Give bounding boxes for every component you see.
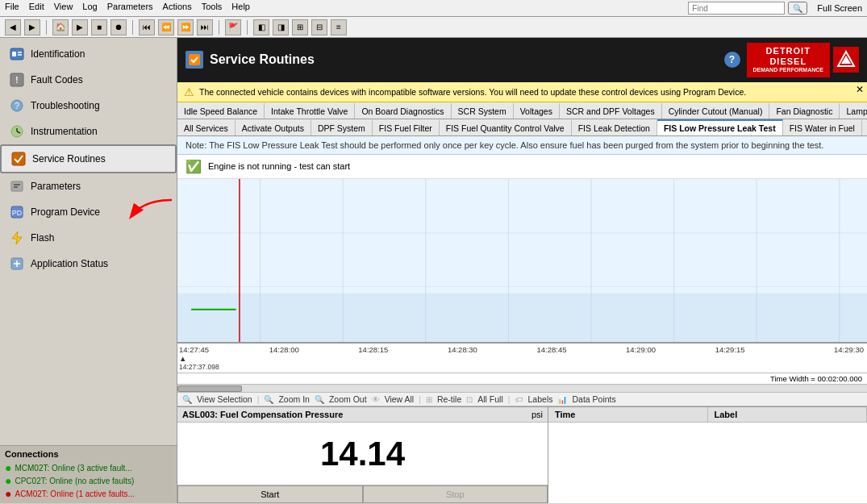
sidebar-item-flash[interactable]: Flash bbox=[0, 225, 177, 251]
svg-text:PD: PD bbox=[12, 209, 23, 217]
warning-close-button[interactable]: ✕ bbox=[856, 84, 864, 95]
fault-codes-label: Fault Codes bbox=[31, 74, 83, 85]
stop-button[interactable]: ■ bbox=[91, 19, 107, 35]
labels-btn[interactable]: Labels bbox=[528, 394, 553, 404]
svg-marker-18 bbox=[12, 231, 22, 244]
tab-fis-water-fuel[interactable]: FIS Water in Fuel bbox=[783, 119, 862, 135]
find-button[interactable]: 🔍 bbox=[788, 2, 807, 15]
menu-actions[interactable]: Actions bbox=[163, 2, 192, 15]
tab-fis-qty-control[interactable]: FIS Fuel Quantity Control Valve bbox=[440, 119, 572, 135]
tab-scr-system[interactable]: SCR System bbox=[452, 102, 514, 119]
sidebar-item-service-routines[interactable]: Service Routines bbox=[0, 144, 177, 173]
sidebar-item-instrumentation[interactable]: Instrumentation bbox=[0, 119, 177, 144]
menu-file[interactable]: File bbox=[5, 2, 19, 15]
sidebar-item-program-device[interactable]: PD Program Device bbox=[0, 199, 177, 225]
menu-parameters[interactable]: Parameters bbox=[107, 2, 153, 15]
play-button[interactable]: ▶ bbox=[72, 19, 88, 35]
tab-fis-leak-detect[interactable]: FIS Leak Detection bbox=[572, 119, 657, 135]
btn1[interactable]: ◧ bbox=[253, 19, 269, 35]
tab-fuel-integrity[interactable]: Fuel System Integrity Check bbox=[862, 119, 867, 135]
chart-toolbar: 🔍 View Selection | 🔍 Zoom In 🔍 Zoom Out … bbox=[177, 393, 867, 406]
content-area: Service Routines ? DETROIT DIESEL DEMAND… bbox=[177, 38, 867, 503]
tab-voltages[interactable]: Voltages bbox=[514, 102, 560, 119]
tab-lamps-switches[interactable]: Lamps and Switches bbox=[840, 102, 867, 119]
chart-scrollbar[interactable] bbox=[177, 385, 867, 393]
skip-begin-button[interactable]: ⏮ bbox=[139, 19, 155, 35]
tab-cylinder-cutout[interactable]: Cylinder Cutout (Manual) bbox=[662, 102, 770, 119]
sidebar-item-parameters[interactable]: Parameters bbox=[0, 173, 177, 199]
tab-fis-fuel-filter[interactable]: FIS Fuel Filter bbox=[373, 119, 440, 135]
parameters-icon bbox=[8, 177, 26, 195]
tab-fan-diagnostic[interactable]: Fan Diagnostic bbox=[769, 102, 840, 119]
page-title: Service Routines bbox=[210, 52, 718, 67]
btn3[interactable]: ⊞ bbox=[292, 19, 308, 35]
sidebar-item-identification[interactable]: Identification bbox=[0, 41, 177, 67]
tab-activate-outputs[interactable]: Activate Outputs bbox=[236, 119, 311, 135]
sidebar-item-fault-codes[interactable]: ! Fault Codes bbox=[0, 67, 177, 93]
identification-icon bbox=[8, 45, 26, 63]
logo-line3: DEMAND PERFORMANCE bbox=[753, 67, 824, 73]
logo-emblem bbox=[833, 47, 859, 73]
zoom-in-btn[interactable]: Zoom In bbox=[278, 394, 310, 404]
tab-intake-throttle[interactable]: Intake Throttle Valve bbox=[265, 102, 355, 119]
btn5[interactable]: ≡ bbox=[331, 19, 347, 35]
skip-end-button[interactable]: ⏭ bbox=[197, 19, 213, 35]
zoom-out-btn[interactable]: Zoom Out bbox=[329, 394, 367, 404]
data-points-btn[interactable]: Data Points bbox=[572, 394, 615, 404]
menu-view[interactable]: View bbox=[54, 2, 73, 15]
back-button[interactable]: ◀ bbox=[5, 19, 21, 35]
help-button[interactable]: ? bbox=[724, 52, 740, 68]
instrumentation-icon bbox=[8, 123, 26, 140]
conn-mcm-icon: ● bbox=[5, 461, 11, 474]
title-bar: Service Routines ? DETROIT DIESEL DEMAND… bbox=[177, 38, 867, 82]
tab-dpf-system[interactable]: DPF System bbox=[311, 119, 373, 135]
forward-button[interactable]: ▶ bbox=[24, 19, 40, 35]
menu-edit[interactable]: Edit bbox=[29, 2, 44, 15]
skip-next-button[interactable]: ⏩ bbox=[177, 19, 194, 35]
full-screen-label: Full Screen bbox=[817, 3, 862, 13]
btn4[interactable]: ⊟ bbox=[311, 19, 327, 35]
detroit-logo: DETROIT DIESEL DEMAND PERFORMANCE bbox=[747, 43, 860, 77]
tab-scr-dpf[interactable]: SCR and DPF Voltages bbox=[560, 102, 662, 119]
sidebar-item-troubleshooting[interactable]: ? Troubleshooting bbox=[0, 93, 177, 119]
view-selection-btn[interactable]: View Selection bbox=[197, 394, 252, 404]
tab-fis-low-pressure[interactable]: FIS Low Pressure Leak Test bbox=[657, 119, 783, 135]
tabs-row1: Idle Speed Balance Intake Throttle Valve… bbox=[177, 102, 867, 119]
skip-prev-button[interactable]: ⏪ bbox=[158, 19, 174, 35]
all-full-btn[interactable]: All Full bbox=[477, 394, 503, 404]
connections-section: Connections ● MCM02T: Online (3 active f… bbox=[0, 445, 177, 503]
note-bar: Note: The FIS Low Pressure Leak Test sho… bbox=[177, 136, 867, 155]
home-button[interactable]: 🏠 bbox=[52, 19, 69, 35]
bottom-panel: ASL003: Fuel Compensation Pressure psi 1… bbox=[177, 406, 867, 503]
tab-idle-speed[interactable]: Idle Speed Balance bbox=[177, 102, 265, 119]
time-label-1: 14:28:00 bbox=[240, 345, 329, 371]
data-value-display: 14.14 bbox=[177, 423, 548, 485]
conn-mcm-text: MCM02T: Online (3 active fault... bbox=[15, 464, 131, 473]
data-panel: ASL003: Fuel Compensation Pressure psi 1… bbox=[177, 407, 548, 503]
stop-button[interactable]: Stop bbox=[363, 485, 548, 503]
btn2[interactable]: ◨ bbox=[273, 19, 289, 35]
find-input[interactable] bbox=[688, 2, 785, 15]
connection-acm: ● ACM02T: Online (1 active faults... bbox=[5, 487, 172, 500]
time-label-6: 14:29:15 bbox=[686, 345, 775, 371]
menu-help[interactable]: Help bbox=[231, 2, 250, 15]
start-button[interactable]: Start bbox=[177, 485, 363, 503]
time-label-4: 14:28:45 bbox=[507, 345, 597, 371]
conn-acm-icon: ● bbox=[5, 487, 11, 500]
scrollbar-thumb[interactable] bbox=[177, 385, 242, 392]
time-labels: 14:28:00 14:28:15 14:28:30 14:28:45 14:2… bbox=[240, 345, 867, 371]
chart-svg bbox=[177, 179, 867, 342]
tab-all-services[interactable]: All Services bbox=[177, 119, 236, 135]
sidebar-item-application-status[interactable]: Application Status bbox=[0, 251, 177, 277]
instrumentation-label: Instrumentation bbox=[31, 126, 98, 137]
flag-button[interactable]: 🚩 bbox=[225, 19, 241, 35]
svg-rect-22 bbox=[189, 54, 200, 65]
warning-text: The connected vehicle contains devices w… bbox=[199, 87, 746, 97]
time-label-5: 14:29:00 bbox=[596, 345, 686, 371]
menu-tools[interactable]: Tools bbox=[202, 2, 223, 15]
record-button[interactable]: ⏺ bbox=[110, 19, 127, 35]
menu-log[interactable]: Log bbox=[82, 2, 97, 15]
view-all-btn[interactable]: View All bbox=[385, 394, 415, 404]
tab-on-board[interactable]: On Board Diagnostics bbox=[355, 102, 451, 119]
re-tile-btn[interactable]: Re-tile bbox=[437, 394, 461, 404]
